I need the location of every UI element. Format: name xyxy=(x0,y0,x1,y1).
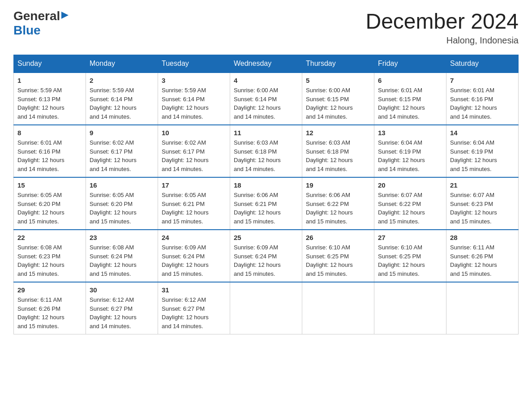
day-info: Sunrise: 6:05 AM Sunset: 6:20 PM Dayligh… xyxy=(17,191,82,226)
day-info: Sunrise: 6:04 AM Sunset: 6:19 PM Dayligh… xyxy=(450,138,515,173)
sunset-label: Sunset: 6:18 PM xyxy=(306,148,349,155)
daylight-label: Daylight: 12 hours xyxy=(450,104,497,111)
daylight-label: Daylight: 12 hours xyxy=(450,261,497,268)
daylight-minutes: and 15 minutes. xyxy=(378,218,420,225)
day-info: Sunrise: 5:59 AM Sunset: 6:13 PM Dayligh… xyxy=(17,86,82,121)
day-number: 24 xyxy=(162,234,226,241)
calendar-cell: 18 Sunrise: 6:06 AM Sunset: 6:21 PM Dayl… xyxy=(230,177,302,230)
daylight-label: Daylight: 12 hours xyxy=(162,157,209,163)
calendar-cell: 10 Sunrise: 6:02 AM Sunset: 6:17 PM Dayl… xyxy=(158,125,230,177)
sunset-label: Sunset: 6:26 PM xyxy=(17,305,60,312)
day-info: Sunrise: 6:03 AM Sunset: 6:18 PM Dayligh… xyxy=(306,138,370,173)
daylight-label: Daylight: 12 hours xyxy=(234,209,281,216)
calendar-cell: 27 Sunrise: 6:10 AM Sunset: 6:25 PM Dayl… xyxy=(374,230,446,282)
day-info: Sunrise: 6:00 AM Sunset: 6:15 PM Dayligh… xyxy=(306,86,370,121)
sunset-label: Sunset: 6:25 PM xyxy=(378,253,421,260)
daylight-minutes: and 14 minutes. xyxy=(162,166,203,172)
calendar-cell: 13 Sunrise: 6:04 AM Sunset: 6:19 PM Dayl… xyxy=(374,125,446,177)
daylight-label: Daylight: 12 hours xyxy=(234,104,281,111)
sunset-label: Sunset: 6:22 PM xyxy=(306,201,349,207)
sunset-label: Sunset: 6:21 PM xyxy=(162,201,205,207)
daylight-label: Daylight: 12 hours xyxy=(162,104,209,111)
day-info: Sunrise: 6:02 AM Sunset: 6:17 PM Dayligh… xyxy=(90,138,154,173)
sunrise-label: Sunrise: 6:05 AM xyxy=(162,192,206,198)
daylight-label: Daylight: 12 hours xyxy=(90,104,137,111)
day-info: Sunrise: 6:11 AM Sunset: 6:26 PM Dayligh… xyxy=(450,243,515,278)
daylight-label: Daylight: 12 hours xyxy=(378,209,425,216)
daylight-label: Daylight: 12 hours xyxy=(450,209,497,216)
daylight-minutes: and 15 minutes. xyxy=(234,218,275,225)
sunrise-label: Sunrise: 6:04 AM xyxy=(378,139,422,146)
sunset-label: Sunset: 6:14 PM xyxy=(234,96,277,103)
daylight-minutes: and 14 minutes. xyxy=(234,166,275,172)
calendar-cell: 26 Sunrise: 6:10 AM Sunset: 6:25 PM Dayl… xyxy=(302,230,374,282)
calendar-week-4: 22 Sunrise: 6:08 AM Sunset: 6:23 PM Dayl… xyxy=(14,230,519,282)
day-number: 8 xyxy=(17,129,82,137)
daylight-minutes: and 14 minutes. xyxy=(90,113,131,120)
calendar-cell: 2 Sunrise: 5:59 AM Sunset: 6:14 PM Dayli… xyxy=(86,73,158,125)
day-number: 16 xyxy=(90,181,154,189)
sunset-label: Sunset: 6:15 PM xyxy=(378,96,421,103)
daylight-minutes: and 15 minutes. xyxy=(17,270,59,277)
calendar-cell: 24 Sunrise: 6:09 AM Sunset: 6:24 PM Dayl… xyxy=(158,230,230,282)
daylight-minutes: and 15 minutes. xyxy=(17,218,59,225)
calendar-cell: 14 Sunrise: 6:04 AM Sunset: 6:19 PM Dayl… xyxy=(446,125,519,177)
sunset-label: Sunset: 6:27 PM xyxy=(162,305,205,312)
daylight-label: Daylight: 12 hours xyxy=(17,261,64,268)
calendar-cell: 5 Sunrise: 6:00 AM Sunset: 6:15 PM Dayli… xyxy=(302,73,374,125)
calendar-cell: 1 Sunrise: 5:59 AM Sunset: 6:13 PM Dayli… xyxy=(14,73,86,125)
daylight-minutes: and 14 minutes. xyxy=(306,166,348,172)
calendar-cell: 25 Sunrise: 6:09 AM Sunset: 6:24 PM Dayl… xyxy=(230,230,302,282)
sunrise-label: Sunrise: 6:01 AM xyxy=(17,139,62,146)
daylight-minutes: and 14 minutes. xyxy=(378,113,420,120)
calendar-cell: 15 Sunrise: 6:05 AM Sunset: 6:20 PM Dayl… xyxy=(14,177,86,230)
sunrise-label: Sunrise: 6:09 AM xyxy=(234,244,278,251)
calendar-cell: 4 Sunrise: 6:00 AM Sunset: 6:14 PM Dayli… xyxy=(230,73,302,125)
daylight-label: Daylight: 12 hours xyxy=(162,314,209,321)
sunset-label: Sunset: 6:20 PM xyxy=(17,201,60,207)
calendar-cell: 21 Sunrise: 6:07 AM Sunset: 6:23 PM Dayl… xyxy=(446,177,519,230)
daylight-minutes: and 15 minutes. xyxy=(378,270,420,277)
sunset-label: Sunset: 6:24 PM xyxy=(162,253,205,260)
daylight-label: Daylight: 12 hours xyxy=(306,209,353,216)
day-info: Sunrise: 6:09 AM Sunset: 6:24 PM Dayligh… xyxy=(234,243,298,278)
sunset-label: Sunset: 6:24 PM xyxy=(90,253,133,260)
day-info: Sunrise: 6:10 AM Sunset: 6:25 PM Dayligh… xyxy=(378,243,442,278)
sunset-label: Sunset: 6:27 PM xyxy=(90,305,133,312)
daylight-label: Daylight: 12 hours xyxy=(306,261,353,268)
sunrise-label: Sunrise: 6:07 AM xyxy=(378,192,422,198)
day-number: 28 xyxy=(450,234,515,241)
sunrise-label: Sunrise: 6:03 AM xyxy=(234,139,278,146)
day-number: 1 xyxy=(17,77,82,84)
sunrise-label: Sunrise: 6:09 AM xyxy=(162,244,206,251)
calendar-cell: 22 Sunrise: 6:08 AM Sunset: 6:23 PM Dayl… xyxy=(14,230,86,282)
day-info: Sunrise: 6:07 AM Sunset: 6:22 PM Dayligh… xyxy=(378,191,442,226)
day-number: 25 xyxy=(234,234,298,241)
day-info: Sunrise: 6:05 AM Sunset: 6:20 PM Dayligh… xyxy=(90,191,154,226)
sunrise-label: Sunrise: 6:12 AM xyxy=(90,296,134,303)
header-saturday: Saturday xyxy=(446,55,519,73)
page-header: General Blue December 2024 Halong, Indon… xyxy=(13,9,519,46)
daylight-minutes: and 15 minutes. xyxy=(90,218,131,225)
day-info: Sunrise: 6:05 AM Sunset: 6:21 PM Dayligh… xyxy=(162,191,226,226)
daylight-label: Daylight: 12 hours xyxy=(17,314,64,321)
calendar-week-2: 8 Sunrise: 6:01 AM Sunset: 6:16 PM Dayli… xyxy=(14,125,519,177)
sunrise-label: Sunrise: 6:10 AM xyxy=(306,244,350,251)
daylight-minutes: and 14 minutes. xyxy=(162,113,203,120)
location-subtitle: Halong, Indonesia xyxy=(365,35,519,46)
daylight-label: Daylight: 12 hours xyxy=(306,157,353,163)
day-info: Sunrise: 6:11 AM Sunset: 6:26 PM Dayligh… xyxy=(17,295,82,330)
calendar-header-row: SundayMondayTuesdayWednesdayThursdayFrid… xyxy=(14,55,519,73)
sunset-label: Sunset: 6:13 PM xyxy=(17,96,60,103)
sunrise-label: Sunrise: 6:00 AM xyxy=(234,87,278,94)
sunrise-label: Sunrise: 6:01 AM xyxy=(378,87,422,94)
sunrise-label: Sunrise: 6:08 AM xyxy=(17,244,62,251)
daylight-minutes: and 14 minutes. xyxy=(234,113,275,120)
day-info: Sunrise: 6:10 AM Sunset: 6:25 PM Dayligh… xyxy=(306,243,370,278)
sunset-label: Sunset: 6:22 PM xyxy=(378,201,421,207)
sunrise-label: Sunrise: 6:04 AM xyxy=(450,139,494,146)
header-friday: Friday xyxy=(374,55,446,73)
daylight-label: Daylight: 12 hours xyxy=(90,157,137,163)
day-number: 20 xyxy=(378,181,442,189)
calendar-cell: 8 Sunrise: 6:01 AM Sunset: 6:16 PM Dayli… xyxy=(14,125,86,177)
